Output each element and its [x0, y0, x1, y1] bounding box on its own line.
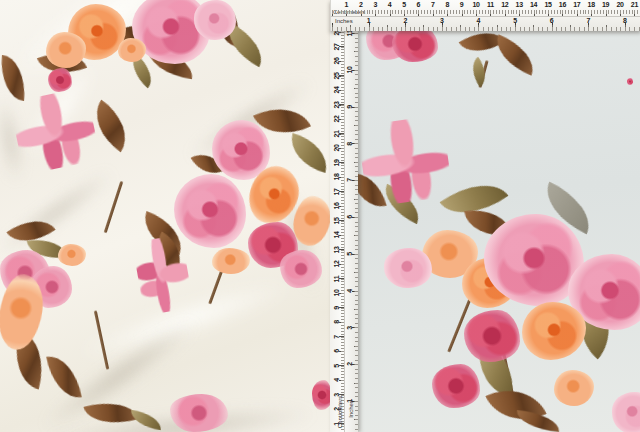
ruler-number: 9 — [460, 1, 464, 8]
ruler-number: 2 — [359, 1, 363, 8]
red-carnation — [392, 26, 438, 62]
ruler-number: 19 — [602, 1, 609, 8]
ruler-number: 3 — [373, 1, 377, 8]
inches-label: Inches — [348, 400, 354, 418]
inch-tick-marks — [352, 31, 358, 432]
light-pink-rose — [612, 392, 640, 432]
red-carnation — [48, 68, 72, 92]
ruler-number: 15 — [544, 1, 551, 8]
ruler-number: 7 — [431, 1, 435, 8]
centimeters-label: Centimeters — [337, 396, 343, 428]
pink-lily — [132, 234, 194, 316]
ruler-number: 4 — [388, 1, 392, 8]
ruler-number: 20 — [616, 1, 623, 8]
ruler-number: 10 — [472, 1, 479, 8]
fabric-listing-photo: 123456789101112131415161718192021 Centim… — [0, 0, 640, 432]
ruler-number: 21 — [631, 1, 638, 8]
ruler-number: 13 — [516, 1, 523, 8]
ruler-number: 12 — [501, 1, 508, 8]
horizontal-cm-scale: 123456789101112131415161718192021 — [331, 0, 640, 10]
red-carnation — [312, 380, 330, 410]
pink-rose — [174, 174, 246, 248]
vertical-ruler: 1234567891011121314151617181920212223242… — [330, 31, 358, 432]
ruler-number: 1 — [345, 1, 349, 8]
pink-lily — [9, 87, 101, 176]
leaf — [465, 57, 493, 87]
ruler-number: 16 — [559, 1, 566, 8]
peach-flower — [554, 370, 594, 406]
pink-lily — [357, 114, 454, 207]
horizontal-ruler: 123456789101112131415161718192021 Centim… — [330, 0, 640, 31]
light-pink-rose — [194, 0, 236, 40]
ruler-number: 5 — [402, 1, 406, 8]
leaf — [285, 133, 330, 173]
fabric-photo-flat — [330, 0, 640, 432]
peach-flower — [212, 248, 250, 274]
ruler-number: 18 — [588, 1, 595, 8]
peach-flower — [58, 244, 86, 266]
red-carnation — [464, 310, 520, 362]
light-pink-flower — [384, 248, 432, 288]
ruler-number: 14 — [530, 1, 537, 8]
leaf — [489, 34, 541, 75]
leaf — [515, 410, 560, 432]
red-speck — [627, 78, 633, 85]
ruler-number: 8 — [445, 1, 449, 8]
red-carnation — [432, 364, 480, 408]
inch-tick-marks — [331, 23, 640, 31]
ruler-number: 17 — [573, 1, 580, 8]
fabric-photo-draped — [0, 0, 330, 432]
ruler-number: 6 — [417, 1, 421, 8]
orange-rose — [522, 302, 586, 360]
ruler-number: 11 — [487, 1, 494, 8]
